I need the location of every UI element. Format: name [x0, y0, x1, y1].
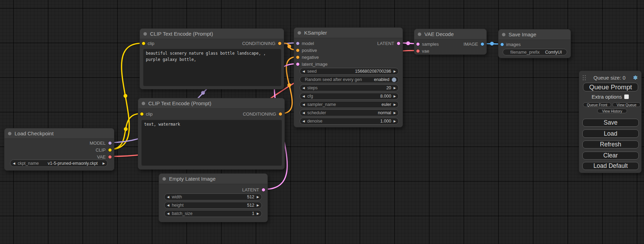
widget-label: steps	[307, 85, 318, 90]
extra-options-label: Extra options	[592, 94, 622, 100]
steps-widget[interactable]: ◀ steps 20 ▶	[300, 84, 399, 91]
decrement-arrow-icon[interactable]: ◀	[167, 204, 169, 207]
decrement-arrow-icon[interactable]: ◀	[167, 212, 169, 215]
decrement-arrow-icon[interactable]: ◀	[302, 94, 305, 98]
output-port-model[interactable]	[108, 141, 112, 145]
increment-arrow-icon[interactable]: ▶	[394, 94, 396, 98]
queue-front-button[interactable]: Queue Front	[583, 102, 611, 107]
toggle-circle[interactable]	[392, 78, 396, 82]
widget-value: v1-5-pruned-emaonly.ckpt	[48, 161, 98, 166]
decrement-arrow-icon[interactable]: ◀	[302, 70, 305, 73]
node-title-bar[interactable]: CLIP Text Encode (Prompt)	[138, 98, 284, 109]
node-title-bar[interactable]: VAE Decode	[414, 29, 486, 39]
node-empty-latent-image[interactable]: Empty Latent Image LATENT ◀ width 512 ▶ …	[159, 173, 268, 222]
height-widget[interactable]: ◀ height 512 ▶	[164, 202, 262, 209]
increment-arrow-icon[interactable]: ▶	[257, 212, 259, 215]
settings-gear-icon[interactable]: ✽	[633, 74, 638, 81]
cfg-widget[interactable]: ◀ cfg 8.000 ▶	[300, 93, 399, 100]
collapse-dot-icon[interactable]	[162, 177, 166, 181]
output-port-conditioning[interactable]	[279, 112, 282, 116]
node-graph-canvas[interactable]: Load Checkpoint MODEL CLIP VAE ◀ ckpt_na…	[0, 0, 644, 244]
denoise-widget[interactable]: ◀ denoise 1.000 ▶	[300, 118, 399, 125]
sampler-name-widget[interactable]: ◀ sampler_name euler ▶	[300, 101, 399, 108]
random-seed-toggle-widget[interactable]: Random seed after every gen enabled	[300, 76, 399, 83]
collapse-dot-icon[interactable]	[418, 33, 421, 36]
input-port-images[interactable]	[500, 43, 504, 46]
queue-panel: Queue size: 0 ✽ Queue Prompt Extra optio…	[579, 71, 642, 173]
increment-arrow-icon[interactable]: ▶	[257, 195, 259, 199]
drag-handle-icon[interactable]	[583, 75, 586, 80]
input-port-vae[interactable]	[416, 49, 420, 53]
decrement-arrow-icon[interactable]: ◀	[302, 86, 305, 90]
node-title-bar[interactable]: Load Checkpoint	[5, 128, 114, 139]
node-vae-decode[interactable]: VAE Decode samples vae IMAGE	[414, 29, 487, 55]
view-queue-button[interactable]: View Queue	[612, 102, 641, 107]
increment-arrow-icon[interactable]: ▶	[257, 204, 259, 207]
output-port-latent[interactable]	[262, 188, 265, 192]
increment-arrow-icon[interactable]: ▶	[394, 111, 396, 115]
node-title: VAE Decode	[424, 31, 454, 37]
batch-size-widget[interactable]: ◀ batch_size 1 ▶	[164, 210, 262, 217]
node-clip-text-encode-negative[interactable]: CLIP Text Encode (Prompt) clip CONDITION…	[138, 98, 285, 170]
increment-arrow-icon[interactable]: ▶	[394, 86, 396, 90]
save-button[interactable]: Save	[582, 119, 639, 127]
node-title: Save Image	[509, 31, 536, 37]
decrement-arrow-icon[interactable]: ◀	[167, 195, 169, 199]
collapse-dot-icon[interactable]	[142, 102, 145, 105]
collapse-dot-icon[interactable]	[143, 32, 147, 36]
output-port-clip[interactable]	[108, 148, 112, 152]
input-label: vae	[422, 48, 429, 54]
decrement-arrow-icon[interactable]: ◀	[13, 162, 15, 165]
view-history-button[interactable]: View History	[597, 109, 627, 113]
width-widget[interactable]: ◀ width 512 ▶	[164, 193, 262, 200]
output-port-image[interactable]	[480, 42, 484, 46]
queue-prompt-button[interactable]: Queue Prompt	[583, 83, 638, 91]
load-default-button[interactable]: Load Default	[582, 162, 639, 170]
output-port-conditioning[interactable]	[278, 42, 282, 45]
filename-prefix-widget[interactable]: filename_prefix ComfyUI	[503, 49, 567, 55]
extra-options-checkbox[interactable]	[624, 94, 629, 99]
collapse-dot-icon[interactable]	[502, 33, 505, 36]
output-port-vae[interactable]	[108, 155, 112, 159]
widget-label: seed	[307, 69, 317, 74]
widget-value: 1.000	[380, 119, 391, 124]
scheduler-widget[interactable]: ◀ scheduler normal ▶	[300, 109, 399, 116]
prompt-textarea[interactable]: text, watermark	[141, 120, 282, 166]
increment-arrow-icon[interactable]: ▶	[103, 162, 105, 165]
node-title-bar[interactable]: Empty Latent Image	[159, 174, 267, 184]
increment-arrow-icon[interactable]: ▶	[394, 103, 396, 106]
decrement-arrow-icon[interactable]: ◀	[302, 111, 305, 115]
increment-arrow-icon[interactable]: ▶	[394, 119, 396, 123]
output-port-latent[interactable]	[397, 42, 400, 45]
decrement-arrow-icon[interactable]: ◀	[302, 103, 305, 106]
input-label: positive	[302, 48, 317, 53]
widget-value: 20	[386, 85, 391, 90]
seed-widget[interactable]: ◀ seed 156680208700286 ▶	[300, 68, 399, 75]
node-title-bar[interactable]: KSampler	[294, 28, 403, 38]
decrement-arrow-icon[interactable]: ◀	[302, 119, 305, 123]
collapse-dot-icon[interactable]	[8, 132, 11, 135]
node-title-bar[interactable]: Save Image	[499, 29, 571, 40]
widget-value: 156680208700286	[355, 69, 391, 74]
node-load-checkpoint[interactable]: Load Checkpoint MODEL CLIP VAE ◀ ckpt_na…	[4, 128, 114, 171]
collapse-dot-icon[interactable]	[298, 31, 301, 35]
input-port-negative[interactable]	[296, 55, 300, 59]
output-label: CONDITIONING	[243, 111, 276, 117]
node-ksampler[interactable]: KSampler model positive negative latent_…	[294, 27, 403, 127]
ckpt-name-widget[interactable]: ◀ ckpt_name v1-5-pruned-emaonly.ckpt ▶	[10, 160, 108, 167]
node-title-bar[interactable]: CLIP Text Encode (Prompt)	[140, 29, 284, 39]
prompt-textarea[interactable]: beautiful scenery nature glass bottle la…	[143, 49, 281, 86]
link-dot	[124, 94, 127, 98]
node-save-image[interactable]: Save Image images filename_prefix ComfyU…	[498, 29, 571, 58]
clear-button[interactable]: Clear	[582, 152, 639, 160]
increment-arrow-icon[interactable]: ▶	[394, 70, 396, 73]
input-port-latent-image[interactable]	[296, 62, 300, 66]
input-port-positive[interactable]	[296, 48, 300, 52]
load-button[interactable]: Load	[582, 129, 639, 138]
output-label: IMAGE	[464, 42, 478, 47]
output-label: CLIP	[96, 147, 106, 153]
output-label: MODEL	[90, 141, 106, 146]
node-clip-text-encode-positive[interactable]: CLIP Text Encode (Prompt) clip CONDITION…	[140, 28, 284, 89]
widget-value: 8.000	[380, 94, 391, 99]
refresh-button[interactable]: Refresh	[582, 141, 639, 148]
